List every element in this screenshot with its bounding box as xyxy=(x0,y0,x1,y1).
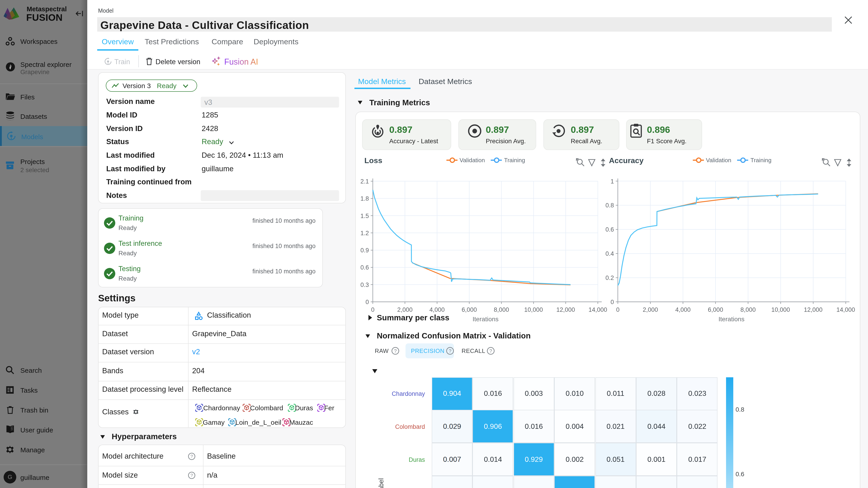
svg-text:1.8: 1.8 xyxy=(360,195,369,202)
svg-text:14,000: 14,000 xyxy=(589,306,608,313)
svg-text:0: 0 xyxy=(366,299,369,305)
svg-text:0.6: 0.6 xyxy=(360,264,369,271)
svg-text:4,000: 4,000 xyxy=(675,306,691,313)
svg-text:?: ? xyxy=(394,348,397,354)
svg-text:12,000: 12,000 xyxy=(804,306,823,313)
svg-text:0.4: 0.4 xyxy=(605,250,614,257)
svg-text:10,000: 10,000 xyxy=(771,306,790,313)
svg-text:0.2: 0.2 xyxy=(605,274,614,281)
svg-text:1: 1 xyxy=(611,178,614,185)
svg-text:1.2: 1.2 xyxy=(360,230,369,236)
svg-text:6,000: 6,000 xyxy=(708,306,723,313)
svg-text:12,000: 12,000 xyxy=(556,306,575,313)
svg-text:Iterations: Iterations xyxy=(718,316,744,323)
svg-text:1.5: 1.5 xyxy=(360,213,369,219)
svg-text:10,000: 10,000 xyxy=(524,306,543,313)
svg-text:Iterations: Iterations xyxy=(472,316,498,323)
svg-text:0.6: 0.6 xyxy=(605,226,614,233)
svg-text:2,000: 2,000 xyxy=(643,306,658,313)
svg-text:2.1: 2.1 xyxy=(360,178,369,185)
svg-text:?: ? xyxy=(489,348,492,354)
svg-text:0.3: 0.3 xyxy=(360,282,369,288)
svg-text:0.8: 0.8 xyxy=(605,202,614,209)
svg-text:8,000: 8,000 xyxy=(741,306,756,313)
svg-text:?: ? xyxy=(190,454,193,459)
svg-text:?: ? xyxy=(449,348,452,354)
svg-text:0.9: 0.9 xyxy=(360,247,369,254)
svg-text:2,000: 2,000 xyxy=(397,306,413,313)
svg-text:0: 0 xyxy=(371,306,375,313)
svg-text:8,000: 8,000 xyxy=(494,306,509,313)
svg-text:6,000: 6,000 xyxy=(462,306,477,313)
svg-text:14,000: 14,000 xyxy=(836,306,855,313)
svg-text:4,000: 4,000 xyxy=(430,306,445,313)
svg-text:?: ? xyxy=(190,473,193,478)
svg-text:0: 0 xyxy=(616,306,620,313)
svg-text:0: 0 xyxy=(611,299,614,305)
